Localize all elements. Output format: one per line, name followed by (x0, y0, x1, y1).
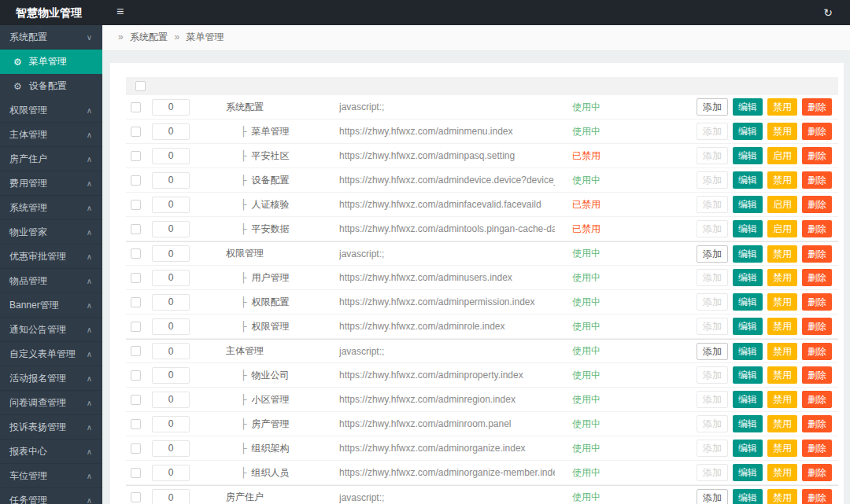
sidebar-item-3[interactable]: 房产住户∧ (0, 147, 102, 171)
edit-button[interactable]: 编辑 (733, 245, 763, 263)
delete-button[interactable]: 删除 (802, 196, 832, 213)
sidebar-item-1[interactable]: 权限管理∧ (0, 98, 102, 123)
delete-button[interactable]: 删除 (802, 293, 832, 311)
sort-input[interactable] (152, 489, 190, 504)
sort-input[interactable] (152, 99, 190, 116)
sidebar-item-15[interactable]: 报表中心∧ (0, 440, 102, 464)
disable-button[interactable]: 禁用 (767, 440, 797, 457)
edit-button[interactable]: 编辑 (733, 123, 763, 140)
edit-button[interactable]: 编辑 (733, 269, 763, 286)
row-checkbox[interactable] (131, 322, 141, 332)
disable-button[interactable]: 禁用 (767, 343, 797, 360)
row-checkbox[interactable] (131, 200, 141, 210)
row-checkbox[interactable] (131, 151, 141, 161)
delete-button[interactable]: 删除 (802, 440, 832, 457)
sidebar-item-4[interactable]: 费用管理∧ (0, 171, 102, 196)
delete-button[interactable]: 删除 (802, 318, 832, 335)
delete-button[interactable]: 删除 (802, 245, 832, 263)
row-checkbox[interactable] (131, 370, 141, 381)
enable-button[interactable]: 启用 (767, 147, 797, 164)
row-checkbox[interactable] (131, 224, 141, 234)
sort-input[interactable] (152, 392, 190, 408)
disable-button[interactable]: 禁用 (767, 123, 797, 140)
sidebar-item-10[interactable]: 通知公告管理∧ (0, 318, 102, 342)
sort-input[interactable] (152, 148, 190, 164)
sort-input[interactable] (152, 416, 190, 432)
enable-button[interactable]: 启用 (767, 196, 797, 213)
enable-button[interactable]: 启用 (767, 220, 797, 237)
edit-button[interactable]: 编辑 (733, 343, 763, 360)
delete-button[interactable]: 删除 (802, 415, 832, 432)
sidebar-item-7[interactable]: 优惠审批管理∧ (0, 245, 102, 269)
edit-button[interactable]: 编辑 (733, 464, 763, 481)
edit-button[interactable]: 编辑 (733, 293, 763, 311)
sidebar-item-0[interactable]: 系统配置∨ (0, 25, 102, 50)
sidebar-item-14[interactable]: 投诉表扬管理∧ (0, 415, 102, 440)
sidebar-item-8[interactable]: 物品管理∧ (0, 269, 102, 293)
row-checkbox[interactable] (131, 102, 141, 112)
disable-button[interactable]: 禁用 (767, 391, 797, 408)
sort-input[interactable] (152, 440, 190, 457)
delete-button[interactable]: 删除 (802, 220, 832, 237)
sort-input[interactable] (152, 294, 190, 311)
sort-input[interactable] (152, 367, 190, 384)
hamburger-icon[interactable]: ≡ (109, 0, 131, 25)
add-button[interactable]: 添加 (697, 245, 728, 263)
sidebar-item-6[interactable]: 物业管家∧ (0, 220, 102, 245)
delete-button[interactable]: 删除 (802, 464, 832, 481)
row-checkbox[interactable] (131, 443, 141, 454)
disable-button[interactable]: 禁用 (767, 415, 797, 432)
delete-button[interactable]: 删除 (802, 343, 832, 360)
disable-button[interactable]: 禁用 (767, 464, 797, 481)
sidebar-item-12[interactable]: 活动报名管理∧ (0, 366, 102, 391)
disable-button[interactable]: 禁用 (767, 171, 797, 189)
disable-button[interactable]: 禁用 (767, 293, 797, 311)
row-checkbox[interactable] (131, 492, 141, 502)
sidebar-item-9[interactable]: Banner管理∧ (0, 293, 102, 318)
edit-button[interactable]: 编辑 (733, 318, 763, 335)
edit-button[interactable]: 编辑 (733, 489, 763, 504)
refresh-icon[interactable]: ↻ (823, 0, 833, 25)
row-checkbox[interactable] (131, 419, 141, 429)
sidebar-item-2[interactable]: 主体管理∧ (0, 123, 102, 147)
sidebar-subitem-0-0[interactable]: ⚙菜单管理 (0, 50, 102, 74)
row-checkbox[interactable] (131, 346, 141, 356)
edit-button[interactable]: 编辑 (733, 98, 763, 116)
edit-button[interactable]: 编辑 (733, 171, 763, 189)
delete-button[interactable]: 删除 (802, 171, 832, 189)
edit-button[interactable]: 编辑 (733, 415, 763, 432)
disable-button[interactable]: 禁用 (767, 245, 797, 263)
edit-button[interactable]: 编辑 (733, 147, 763, 164)
edit-button[interactable]: 编辑 (733, 391, 763, 408)
add-button[interactable]: 添加 (697, 98, 728, 116)
sort-input[interactable] (152, 221, 190, 237)
sort-input[interactable] (152, 465, 190, 481)
delete-button[interactable]: 删除 (802, 269, 832, 286)
sort-input[interactable] (152, 245, 190, 262)
sidebar-item-5[interactable]: 系统管理∧ (0, 196, 102, 220)
row-checkbox[interactable] (131, 175, 141, 186)
delete-button[interactable]: 删除 (802, 391, 832, 408)
edit-button[interactable]: 编辑 (733, 196, 763, 213)
edit-button[interactable]: 编辑 (733, 366, 763, 384)
sidebar-item-11[interactable]: 自定义表单管理∧ (0, 342, 102, 366)
sidebar-item-17[interactable]: 任务管理∧ (0, 488, 102, 504)
delete-button[interactable]: 删除 (802, 366, 832, 384)
delete-button[interactable]: 删除 (802, 147, 832, 164)
breadcrumb-item-system-config[interactable]: 系统配置 (130, 31, 168, 42)
delete-button[interactable]: 删除 (802, 123, 832, 140)
sidebar-item-13[interactable]: 问卷调查管理∧ (0, 391, 102, 415)
disable-button[interactable]: 禁用 (767, 98, 797, 116)
sort-input[interactable] (152, 123, 190, 140)
sort-input[interactable] (152, 172, 190, 189)
select-all-checkbox[interactable] (135, 81, 146, 91)
row-checkbox[interactable] (131, 248, 141, 259)
row-checkbox[interactable] (131, 395, 141, 405)
sidebar-item-16[interactable]: 车位管理∧ (0, 464, 102, 488)
row-checkbox[interactable] (131, 297, 141, 307)
disable-button[interactable]: 禁用 (767, 366, 797, 384)
disable-button[interactable]: 禁用 (767, 318, 797, 335)
delete-button[interactable]: 删除 (802, 98, 832, 116)
edit-button[interactable]: 编辑 (733, 220, 763, 237)
sort-input[interactable] (152, 318, 190, 335)
